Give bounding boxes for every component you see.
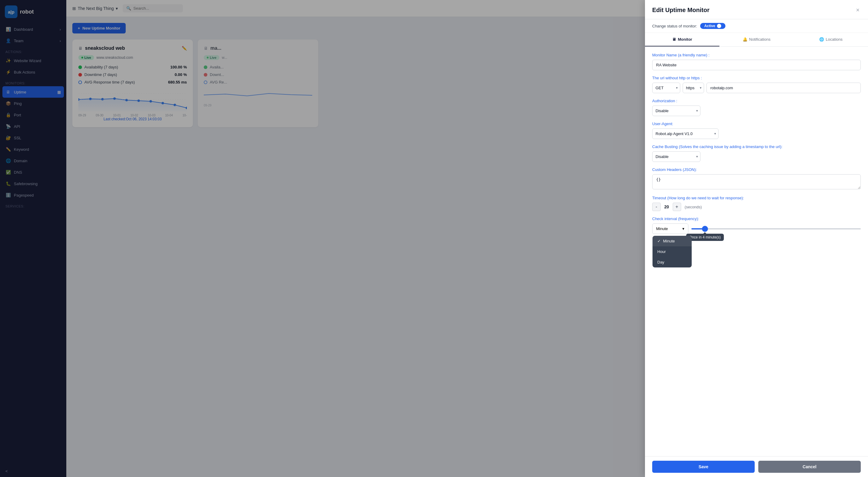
slider-tooltip: Once in 4 minute(s) <box>686 234 724 241</box>
tab-notifications[interactable]: 🔔 Notifications <box>719 33 794 47</box>
slider-container[interactable]: Once in 4 minute(s) <box>691 228 861 230</box>
monitor-name-input[interactable] <box>652 60 861 70</box>
interval-option-minute[interactable]: ✓ Minute <box>652 236 692 246</box>
timeout-unit: (seconds) <box>685 205 702 209</box>
modal-body: Monitor Name (a friendly name) : The url… <box>645 47 868 456</box>
tab-notifications-label: Notifications <box>749 37 771 41</box>
timeout-plus-btn[interactable]: + <box>673 203 681 211</box>
modal-title: Edit Uptime Monitor <box>652 7 710 13</box>
url-row: GET POST PUT DELETE http https <box>652 83 861 93</box>
monitor-name-label: Monitor Name (a friendly name) : <box>652 53 861 57</box>
timeout-group: Timeout (How long do we need to wait for… <box>652 196 861 211</box>
save-button[interactable]: Save <box>652 461 755 473</box>
check-interval-group: Check interval (frequency): Minute ▾ ✓ M… <box>652 216 861 234</box>
tab-monitor[interactable]: 🖥 Monitor <box>645 33 719 47</box>
tab-locations[interactable]: 🌐 Locations <box>794 33 868 47</box>
user-agent-select[interactable]: Robot.alp Agent V1.0 Custom <box>652 128 718 139</box>
method-select-wrapper: GET POST PUT DELETE <box>652 83 680 93</box>
method-select[interactable]: GET POST PUT DELETE <box>652 83 680 93</box>
toggle-circle <box>717 24 721 28</box>
interval-selected-label: Minute <box>656 227 668 231</box>
cache-busting-label: Cache Busting (Solves the caching issue … <box>652 144 861 149</box>
day-label: Day <box>657 260 664 264</box>
check-interval-label: Check interval (frequency): <box>652 216 861 221</box>
timeout-row: - 20 + (seconds) <box>652 203 861 211</box>
authorization-label: Authorization : <box>652 98 861 103</box>
custom-headers-label: Custom Headers (JSON): <box>652 167 861 172</box>
modal-status-label: Change status of monitor: <box>652 24 697 28</box>
active-label: Active <box>704 24 715 28</box>
user-agent-select-wrapper: Robot.alp Agent V1.0 Custom <box>652 128 718 139</box>
locations-tab-icon: 🌐 <box>819 37 824 41</box>
modal-close-button[interactable]: × <box>855 5 861 15</box>
notifications-tab-icon: 🔔 <box>743 37 747 41</box>
timeout-label: Timeout (How long do we need to wait for… <box>652 196 861 200</box>
modal-footer: Save Cancel <box>645 456 868 477</box>
monitor-name-group: Monitor Name (a friendly name) : <box>652 53 861 70</box>
cache-busting-select[interactable]: Disable Enable <box>652 151 701 162</box>
tab-monitor-label: Monitor <box>678 37 692 41</box>
cache-busting-select-wrapper: Disable Enable <box>652 151 701 162</box>
user-agent-label: User-Agent: <box>652 121 861 126</box>
interval-selected[interactable]: Minute ▾ <box>652 224 688 234</box>
url-group: The url without http or https : GET POST… <box>652 76 861 93</box>
interval-chevron-icon: ▾ <box>682 227 684 231</box>
interval-popup: ✓ Minute Hour Day <box>652 236 692 267</box>
authorization-select[interactable]: Disable Basic Auth Bearer Token <box>652 106 701 116</box>
monitor-tab-icon: 🖥 <box>672 37 676 41</box>
modal-header: Edit Uptime Monitor × <box>645 0 868 19</box>
cancel-button[interactable]: Cancel <box>758 461 861 473</box>
interval-row: Minute ▾ ✓ Minute Hour Day <box>652 223 861 234</box>
slider-thumb[interactable] <box>702 226 708 232</box>
minute-label: Minute <box>663 239 675 243</box>
interval-option-day[interactable]: Day <box>652 257 692 267</box>
active-toggle[interactable]: Active <box>700 23 725 29</box>
modal-tabs: 🖥 Monitor 🔔 Notifications 🌐 Locations <box>645 33 868 47</box>
interval-dropdown[interactable]: Minute ▾ ✓ Minute Hour Day <box>652 223 688 234</box>
custom-headers-group: Custom Headers (JSON): {} <box>652 167 861 190</box>
edit-monitor-modal: Edit Uptime Monitor × Change status of m… <box>645 0 868 477</box>
authorization-select-wrapper: Disable Basic Auth Bearer Token <box>652 106 701 116</box>
slider-track <box>691 228 861 230</box>
user-agent-group: User-Agent: Robot.alp Agent V1.0 Custom <box>652 121 861 139</box>
tab-locations-label: Locations <box>826 37 843 41</box>
protocol-select-wrapper: http https <box>683 83 704 93</box>
modal-status-row: Change status of monitor: Active <box>645 19 868 33</box>
cache-busting-group: Cache Busting (Solves the caching issue … <box>652 144 861 162</box>
authorization-group: Authorization : Disable Basic Auth Beare… <box>652 98 861 116</box>
url-label: The url without http or https : <box>652 76 861 80</box>
hour-label: Hour <box>657 249 666 254</box>
interval-option-hour[interactable]: Hour <box>652 246 692 257</box>
custom-headers-input[interactable]: {} <box>652 174 861 189</box>
timeout-value: 20 <box>664 204 669 209</box>
url-input[interactable] <box>707 83 861 93</box>
check-icon: ✓ <box>657 239 661 243</box>
timeout-minus-btn[interactable]: - <box>652 203 661 211</box>
protocol-select[interactable]: http https <box>683 83 704 93</box>
